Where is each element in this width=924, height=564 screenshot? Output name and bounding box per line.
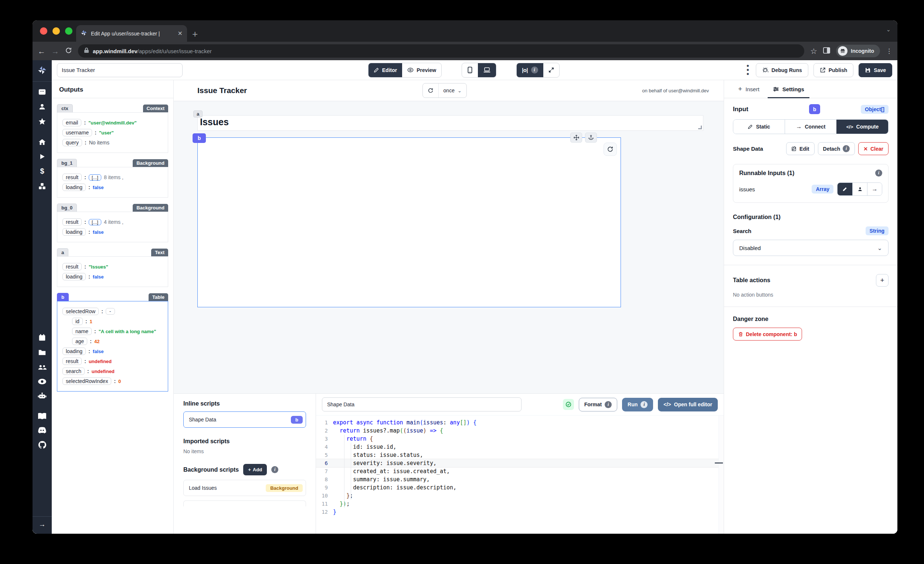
close-window-button[interactable] <box>40 27 47 35</box>
output-block-tab[interactable]: ctx <box>57 104 73 112</box>
code-line[interactable]: 2 return issues?.map((issue) => { <box>316 426 724 435</box>
compute-option[interactable]: </> Compute <box>836 120 888 134</box>
folders-icon[interactable] <box>38 348 46 356</box>
search-mode-select[interactable]: Disabled ⌄ <box>733 240 888 256</box>
output-key-pill[interactable]: name <box>72 328 92 335</box>
debug-runs-button[interactable]: Debug Runs <box>756 63 808 77</box>
output-key-pill[interactable]: selectedRow <box>63 308 99 315</box>
code-line[interactable]: 5 status: issue.status, <box>316 451 724 459</box>
output-row[interactable]: loading:false <box>63 347 164 355</box>
output-row[interactable]: loading:false <box>63 228 164 236</box>
add-background-script-button[interactable]: + Add <box>243 464 267 475</box>
editor-overview-ruler[interactable] <box>718 416 724 534</box>
more-menu-icon[interactable]: ••• <box>745 64 751 76</box>
output-row[interactable]: query:No items <box>63 139 164 146</box>
background-script-item-partial[interactable] <box>183 500 306 506</box>
workers-icon[interactable] <box>38 392 46 400</box>
output-row[interactable]: result:[...] 8 items , <box>63 174 164 181</box>
delete-component-button[interactable]: Delete component: b <box>733 328 802 341</box>
browser-menu-icon[interactable]: ⋮ <box>886 48 892 54</box>
expand-array-pill[interactable]: [...] <box>89 219 101 225</box>
output-row[interactable]: name:"A cell with a long name" <box>72 328 164 335</box>
edit-source-option[interactable] <box>837 183 852 195</box>
audit-logs-icon[interactable] <box>38 378 46 385</box>
refresh-mode-dropdown[interactable]: once⌄ <box>438 84 466 97</box>
output-key-pill[interactable]: result <box>63 218 82 226</box>
format-button[interactable]: Formati <box>579 398 617 411</box>
tab-editor[interactable]: Editor <box>369 63 402 77</box>
background-script-item[interactable]: Load Issues Background <box>183 480 306 496</box>
tab-preview[interactable]: Preview <box>402 63 441 77</box>
inline-script-item[interactable]: Shape Data b <box>183 411 306 428</box>
code-line[interactable]: 8 summary: issue.summary, <box>316 475 724 483</box>
refresh-app-button[interactable] <box>423 84 438 97</box>
code-line[interactable]: 7 created_at: issue.created_at, <box>316 467 724 475</box>
tab-insert[interactable]: + Insert <box>733 80 765 98</box>
output-row[interactable]: selectedRow:- <box>63 308 164 315</box>
output-block-tab[interactable]: b <box>57 293 69 301</box>
collapse-sidebar-icon[interactable]: → <box>39 521 46 528</box>
detach-button[interactable]: Detachi <box>818 142 855 155</box>
code-line[interactable]: 1export async function main(issues: any[… <box>316 419 724 426</box>
output-block-tab[interactable]: bg_0 <box>57 203 77 212</box>
table-component-b[interactable]: b <box>197 138 621 307</box>
code-line[interactable]: 6 severity: issue.severity, <box>316 459 724 467</box>
clear-button[interactable]: ✕Clear <box>858 142 888 155</box>
new-tab-button[interactable]: + <box>192 29 198 39</box>
connect-option[interactable]: → Connect <box>784 120 836 134</box>
code-editor[interactable]: 1export async function main(issues: any[… <box>316 415 724 534</box>
output-key-pill[interactable]: result <box>63 174 82 181</box>
publish-button[interactable]: Publish <box>813 63 854 77</box>
output-block-tab[interactable]: bg_1 <box>57 159 77 167</box>
code-line[interactable]: 11 }); <box>316 500 724 508</box>
output-key-pill[interactable]: loading <box>63 228 86 236</box>
maximize-window-button[interactable] <box>65 27 72 35</box>
output-row[interactable]: id:1 <box>72 318 164 325</box>
output-key-pill[interactable]: selectedRowIndex <box>63 377 111 385</box>
output-row[interactable]: result:"Issues" <box>63 263 164 270</box>
user-source-option[interactable] <box>852 183 867 195</box>
output-row[interactable]: search:undefined <box>63 368 164 375</box>
home-icon[interactable] <box>38 138 46 146</box>
tab-close-icon[interactable]: ✕ <box>178 30 183 37</box>
runs-icon[interactable] <box>39 153 46 160</box>
variables-icon[interactable]: $ <box>40 167 44 175</box>
run-button[interactable]: Runi <box>622 398 653 411</box>
reload-icon[interactable] <box>65 47 72 55</box>
tab-settings[interactable]: Settings <box>768 80 809 98</box>
browser-tab[interactable]: Edit App u/user/issue-tracker | ✕ <box>76 25 187 42</box>
app-name-input[interactable] <box>57 63 183 77</box>
code-line[interactable]: 4 id: issue.id, <box>316 443 724 451</box>
move-handle[interactable] <box>570 133 582 142</box>
groups-icon[interactable] <box>38 363 46 371</box>
output-row[interactable]: loading:false <box>63 184 164 191</box>
windmill-logo-icon[interactable] <box>38 65 47 75</box>
discord-icon[interactable] <box>38 426 46 434</box>
output-row[interactable]: username:"user" <box>63 129 164 136</box>
code-line[interactable]: 12} <box>316 508 724 516</box>
refresh-component-button[interactable] <box>603 142 617 156</box>
save-button[interactable]: Save <box>859 63 892 77</box>
output-row[interactable]: email:"user@windmill.dev" <box>63 119 164 126</box>
minimize-window-button[interactable] <box>52 27 60 35</box>
desktop-view-button[interactable] <box>478 63 496 77</box>
mobile-view-button[interactable] <box>462 63 478 77</box>
output-key-pill[interactable]: loading <box>63 184 86 191</box>
address-field[interactable]: app.windmill.dev/apps/edit/u/user/issue-… <box>78 44 804 58</box>
open-full-editor-button[interactable]: </> Open full editor <box>658 398 718 411</box>
resources-icon[interactable] <box>38 182 46 190</box>
code-line[interactable]: 10 }; <box>316 492 724 500</box>
output-row[interactable]: result:[...] 4 items , <box>63 218 164 226</box>
output-key-pill[interactable]: username <box>63 129 92 136</box>
output-key-pill[interactable]: id <box>72 318 83 325</box>
forward-icon[interactable]: → <box>51 47 59 55</box>
add-table-action-button[interactable]: + <box>876 274 888 287</box>
output-row[interactable]: result:undefined <box>63 358 164 365</box>
tab-search-chevron-icon[interactable]: ⌄ <box>886 26 891 33</box>
user-icon[interactable] <box>38 103 46 111</box>
anchor-handle[interactable] <box>585 133 597 142</box>
static-option[interactable]: Static <box>733 120 784 134</box>
output-block-tab[interactable]: a <box>57 248 68 256</box>
code-line[interactable]: 3 return { <box>316 435 724 443</box>
fullscreen-button[interactable] <box>543 63 559 77</box>
